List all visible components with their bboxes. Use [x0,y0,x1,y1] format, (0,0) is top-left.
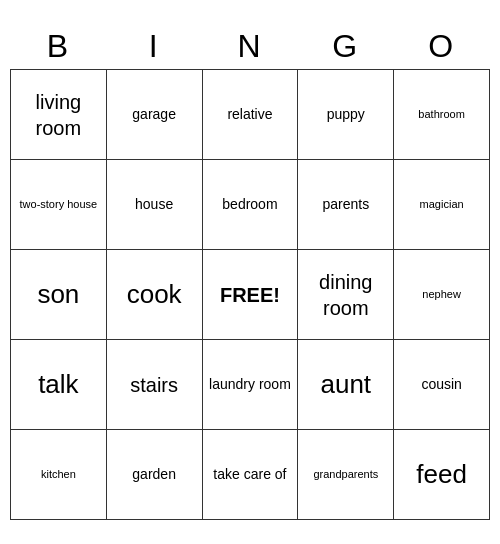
bingo-row: kitchengardentake care ofgrandparentsfee… [11,430,490,520]
bingo-row: talkstairslaundry roomauntcousin [11,340,490,430]
bingo-cell: magician [394,160,490,250]
bingo-header: BINGO [11,24,490,70]
bingo-cell: cook [106,250,202,340]
bingo-body: living roomgaragerelativepuppybathroomtw… [11,70,490,520]
bingo-row: living roomgaragerelativepuppybathroom [11,70,490,160]
bingo-cell: laundry room [202,340,298,430]
bingo-letter: I [106,24,202,70]
bingo-cell: bedroom [202,160,298,250]
bingo-cell: garage [106,70,202,160]
bingo-cell: living room [11,70,107,160]
bingo-row: two-story househousebedroomparentsmagici… [11,160,490,250]
bingo-cell: feed [394,430,490,520]
bingo-cell: talk [11,340,107,430]
bingo-letter: N [202,24,298,70]
bingo-cell: puppy [298,70,394,160]
bingo-cell: relative [202,70,298,160]
bingo-cell: cousin [394,340,490,430]
bingo-cell: stairs [106,340,202,430]
bingo-cell: dining room [298,250,394,340]
bingo-card: BINGO living roomgaragerelativepuppybath… [10,24,490,520]
bingo-cell: kitchen [11,430,107,520]
bingo-letter: B [11,24,107,70]
bingo-cell: son [11,250,107,340]
bingo-cell: parents [298,160,394,250]
bingo-cell: aunt [298,340,394,430]
bingo-cell: bathroom [394,70,490,160]
bingo-cell: two-story house [11,160,107,250]
bingo-cell: FREE! [202,250,298,340]
bingo-cell: garden [106,430,202,520]
bingo-cell: house [106,160,202,250]
bingo-letter: O [394,24,490,70]
bingo-cell: grandparents [298,430,394,520]
bingo-cell: take care of [202,430,298,520]
bingo-cell: nephew [394,250,490,340]
bingo-letter: G [298,24,394,70]
bingo-row: soncookFREE!dining roomnephew [11,250,490,340]
